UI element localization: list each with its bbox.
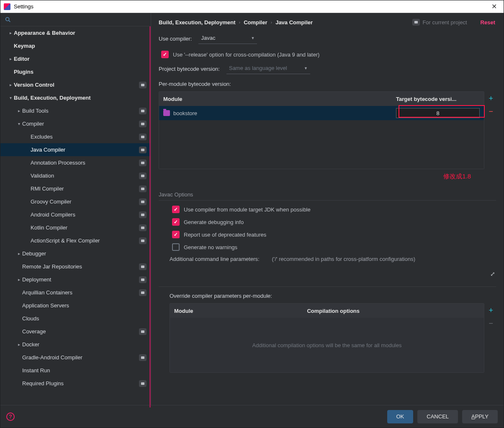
arrow-spacer <box>24 134 31 140</box>
project-scope-icon <box>139 263 147 270</box>
arrow-spacer <box>24 147 31 153</box>
per-module-label: Per-module bytecode version: <box>159 81 496 87</box>
help-icon[interactable]: ? <box>6 413 15 421</box>
sidebar-item-annotation-processors[interactable]: Annotation Processors <box>0 156 151 169</box>
javac-opt1-label: Use compiler from module target JDK when… <box>184 206 311 213</box>
sidebar-item-editor[interactable]: ▸Editor <box>0 52 151 65</box>
sidebar-item-actionscript-flex-compiler[interactable]: ActionScript & Flex Compiler <box>0 234 151 247</box>
project-scope-icon <box>139 160 147 166</box>
sidebar-item-label: Kotlin Compiler <box>31 224 139 231</box>
sidebar-item-version-control[interactable]: ▸Version Control <box>0 78 151 91</box>
release-checkbox[interactable] <box>161 51 169 58</box>
remove-row-button[interactable]: − <box>489 107 493 116</box>
apply-button[interactable]: APPLY <box>462 410 498 423</box>
chevron-down-icon[interactable]: ▾ <box>7 95 14 101</box>
remove-override-button[interactable]: − <box>489 319 493 328</box>
expand-icon[interactable]: ⤢ <box>159 269 496 281</box>
chevron-right-icon[interactable]: ▸ <box>15 108 22 114</box>
use-compiler-select[interactable]: Javac ▼ <box>198 33 257 44</box>
sidebar-item-label: Compiler <box>22 121 139 127</box>
cancel-button[interactable]: CANCEL <box>417 410 458 423</box>
sidebar-item-required-plugins[interactable]: Required Plugins <box>0 377 151 390</box>
close-icon[interactable]: ✕ <box>488 1 500 12</box>
chevron-right-icon[interactable]: ▸ <box>7 82 14 88</box>
javac-opt1-row[interactable]: Use compiler from module target JDK when… <box>170 206 496 213</box>
svg-point-0 <box>6 17 9 21</box>
javac-opt4-row[interactable]: Generate no warnings <box>170 243 496 251</box>
sidebar-item-java-compiler[interactable]: Java Compiler <box>0 143 151 156</box>
table-row[interactable]: bookstore 8 <box>159 106 484 120</box>
breadcrumb-mid[interactable]: Compiler <box>244 19 267 26</box>
sidebar-item-label: Annotation Processors <box>31 160 139 166</box>
sidebar-item-label: Plugins <box>14 69 147 75</box>
chevron-right-icon[interactable]: ▸ <box>15 250 22 257</box>
chevron-right-icon[interactable]: ▸ <box>7 56 14 62</box>
sidebar-item-kotlin-compiler[interactable]: Kotlin Compiler <box>0 221 151 234</box>
sidebar-item-application-servers[interactable]: Application Servers <box>0 299 151 312</box>
project-bc-value: Same as language level <box>229 65 287 71</box>
target-bc-input[interactable]: 8 <box>396 108 480 118</box>
sidebar-item-label: RMI Compiler <box>31 186 139 192</box>
sidebar-item-label: Java Compiler <box>31 147 139 153</box>
svg-rect-18 <box>141 356 144 359</box>
divider <box>159 286 496 287</box>
breadcrumb-root[interactable]: Build, Execution, Deployment <box>159 19 235 26</box>
reset-link[interactable]: Reset <box>481 19 495 26</box>
params-label: Additional command line parameters: <box>170 256 260 262</box>
sidebar-item-build-tools[interactable]: ▸Build Tools <box>0 104 151 117</box>
sidebar-item-build-execution-deployment[interactable]: ▾Build, Execution, Deployment <box>0 91 151 104</box>
per-module-table: Module Target bytecode versi... bookstor… <box>159 91 484 169</box>
project-scope-icon <box>139 108 147 114</box>
javac-opt3-row[interactable]: Report use of deprecated features <box>170 231 496 238</box>
add-override-button[interactable]: + <box>489 306 493 315</box>
chevron-right-icon: › <box>239 20 240 25</box>
sidebar-item-validation[interactable]: Validation <box>0 169 151 182</box>
sidebar-item-arquillian-containers[interactable]: Arquillian Containers <box>0 286 151 299</box>
ok-button[interactable]: OK <box>387 410 414 423</box>
chevron-right-icon[interactable]: ▸ <box>15 276 22 283</box>
sidebar-item-label: Appearance & Behavior <box>14 30 147 36</box>
javac-opt4-checkbox[interactable] <box>172 243 180 251</box>
override-col-opts[interactable]: Compilation options <box>307 308 480 314</box>
override-col-module[interactable]: Module <box>174 308 307 314</box>
chevron-down-icon[interactable]: ▾ <box>15 121 22 127</box>
sidebar-item-coverage[interactable]: Coverage <box>0 325 151 338</box>
sidebar-item-label: Gradle-Android Compiler <box>22 354 139 361</box>
sidebar-item-instant-run[interactable]: Instant Run <box>0 364 151 377</box>
chevron-right-icon[interactable]: ▸ <box>15 341 22 348</box>
col-module[interactable]: Module <box>163 96 396 102</box>
sidebar-item-gradle-android-compiler[interactable]: Gradle-Android Compiler <box>0 351 151 364</box>
module-name: bookstore <box>173 110 197 116</box>
arrow-spacer <box>15 263 22 270</box>
sidebar-item-android-compilers[interactable]: Android Compilers <box>0 208 151 221</box>
sidebar-item-docker[interactable]: ▸Docker <box>0 338 151 351</box>
sidebar-item-keymap[interactable]: Keymap <box>0 39 151 52</box>
sidebar-item-clouds[interactable]: Clouds <box>0 312 151 325</box>
sidebar-item-groovy-compiler[interactable]: Groovy Compiler <box>0 195 151 208</box>
settings-main: Build, Execution, Deployment › Compiler … <box>151 13 504 405</box>
javac-opt2-row[interactable]: Generate debugging info <box>170 218 496 226</box>
sidebar-item-deployment[interactable]: ▸Deployment <box>0 273 151 286</box>
chevron-right-icon[interactable]: ▸ <box>7 30 14 36</box>
sidebar-item-excludes[interactable]: Excludes <box>0 130 151 143</box>
javac-opt2-checkbox[interactable] <box>172 218 180 226</box>
project-bc-select[interactable]: Same as language level ▼ <box>226 63 310 74</box>
release-option-row[interactable]: Use '--release' option for cross-compila… <box>159 51 496 58</box>
javac-opt3-checkbox[interactable] <box>172 231 180 238</box>
window-titlebar: Settings ✕ <box>0 0 504 13</box>
apply-rest: PPLY <box>475 413 489 420</box>
sidebar-search[interactable] <box>0 13 151 26</box>
sidebar-item-debugger[interactable]: ▸Debugger <box>0 247 151 260</box>
col-target[interactable]: Target bytecode versi... <box>396 96 480 102</box>
settings-tree[interactable]: ▸Appearance & BehaviorKeymap▸EditorPlugi… <box>0 26 151 405</box>
sidebar-item-appearance-behavior[interactable]: ▸Appearance & Behavior <box>0 26 151 39</box>
sidebar-item-plugins[interactable]: Plugins <box>0 65 151 78</box>
javac-section-title: Javac Options <box>159 191 496 201</box>
window-title: Settings <box>14 3 488 10</box>
sidebar-item-compiler[interactable]: ▾Compiler <box>0 117 151 130</box>
add-row-button[interactable]: + <box>489 94 493 103</box>
sidebar-item-remote-jar-repositories[interactable]: Remote Jar Repositories <box>0 260 151 273</box>
sidebar-item-rmi-compiler[interactable]: RMI Compiler <box>0 182 151 195</box>
arrow-spacer <box>24 199 31 205</box>
javac-opt1-checkbox[interactable] <box>172 206 180 213</box>
